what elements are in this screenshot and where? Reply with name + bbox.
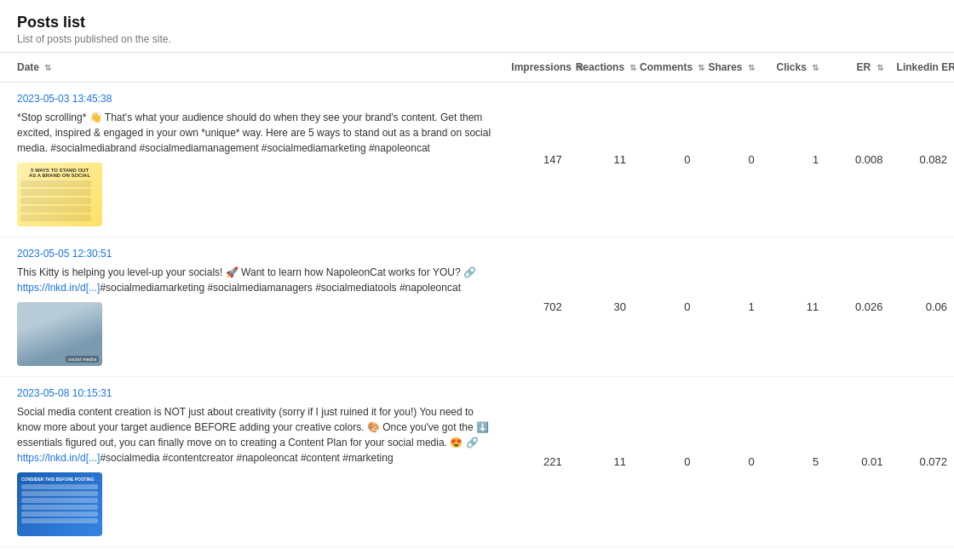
col-clicks[interactable]: Clicks ⇅: [761, 53, 825, 83]
sort-icon-date: ⇅: [44, 63, 51, 72]
table-row: 2023-05-05 12:30:51This Kitty is helping…: [0, 237, 954, 377]
metric-comments-2: 0: [633, 377, 697, 547]
col-er[interactable]: ER ⇅: [825, 53, 889, 83]
col-comments[interactable]: Comments ⇅: [633, 53, 697, 83]
posts-table-container: Date ⇅ Impressions ⇅ Reactions ⇅ Comment…: [0, 52, 954, 547]
metric-reactions-1: 30: [569, 237, 633, 377]
post-date-link-2[interactable]: 2023-05-08 10:15:31: [17, 387, 497, 399]
col-impressions[interactable]: Impressions ⇅: [504, 53, 568, 83]
page-title: Posts list: [17, 14, 937, 31]
sort-icon-shares: ⇅: [748, 63, 755, 72]
post-image-2: CONSIDER THIS BEFORE POSTING: [17, 472, 102, 536]
table-row: 2023-05-08 10:15:31Social media content …: [0, 377, 954, 547]
sort-icon-clicks: ⇅: [812, 63, 819, 72]
post-cell-2: 2023-05-08 10:15:31Social media content …: [0, 377, 504, 547]
metric-er-1: 0.026: [825, 237, 889, 377]
metric-linkedin_er-2: 0.072: [890, 377, 954, 547]
post-date-link-1[interactable]: 2023-05-05 12:30:51: [17, 248, 497, 260]
sort-icon-er: ⇅: [876, 63, 883, 72]
metric-impressions-1: 702: [504, 237, 568, 377]
col-date[interactable]: Date ⇅: [0, 53, 504, 83]
post-text-1: This Kitty is helping you level-up your …: [17, 265, 497, 295]
page-subtitle: List of posts published on the site.: [17, 33, 937, 45]
metric-shares-1: 1: [697, 237, 761, 377]
post-cell-0: 2023-05-03 13:45:38*Stop scrolling* 👋 Th…: [0, 83, 504, 237]
metric-reactions-2: 11: [569, 377, 633, 547]
metric-linkedin_er-0: 0.082: [890, 83, 954, 237]
metric-er-0: 0.008: [825, 83, 889, 237]
post-date-link-0[interactable]: 2023-05-03 13:45:38: [17, 93, 497, 105]
post-cell-1: 2023-05-05 12:30:51This Kitty is helping…: [0, 237, 504, 377]
post-image-1: social media: [17, 302, 102, 366]
sort-icon-reactions: ⇅: [629, 63, 636, 72]
sort-icon-comments: ⇅: [698, 63, 704, 72]
post-image-0: 5 WAYS TO STAND OUTAS A BRAND ON SOCIAL: [17, 163, 102, 226]
metric-linkedin_er-1: 0.06: [890, 237, 954, 377]
col-linkedin-er[interactable]: Linkedin ER ⇅: [890, 53, 954, 83]
metric-impressions-2: 221: [504, 377, 568, 547]
metric-impressions-0: 147: [504, 83, 568, 237]
metric-clicks-2: 5: [761, 377, 825, 547]
post-link-1[interactable]: https://lnkd.in/d[...]: [17, 282, 100, 294]
metric-comments-0: 0: [633, 83, 697, 237]
post-text-0: *Stop scrolling* 👋 That's what your audi…: [17, 110, 497, 156]
col-reactions[interactable]: Reactions ⇅: [569, 53, 633, 83]
metric-shares-2: 0: [697, 377, 761, 547]
page-header: Posts list List of posts published on th…: [0, 0, 954, 52]
metric-shares-0: 0: [697, 83, 761, 237]
metric-clicks-0: 1: [761, 83, 825, 237]
metric-clicks-1: 11: [761, 237, 825, 377]
col-shares[interactable]: Shares ⇅: [697, 53, 761, 83]
posts-table: Date ⇅ Impressions ⇅ Reactions ⇅ Comment…: [0, 52, 954, 547]
metric-er-2: 0.01: [825, 377, 889, 547]
table-header-row: Date ⇅ Impressions ⇅ Reactions ⇅ Comment…: [0, 53, 954, 83]
post-text-2: Social media content creation is NOT jus…: [17, 404, 497, 466]
metric-comments-1: 0: [633, 237, 697, 377]
table-row: 2023-05-03 13:45:38*Stop scrolling* 👋 Th…: [0, 83, 954, 237]
metric-reactions-0: 11: [569, 83, 633, 237]
post-link-2[interactable]: https://lnkd.in/d[...]: [17, 452, 100, 464]
